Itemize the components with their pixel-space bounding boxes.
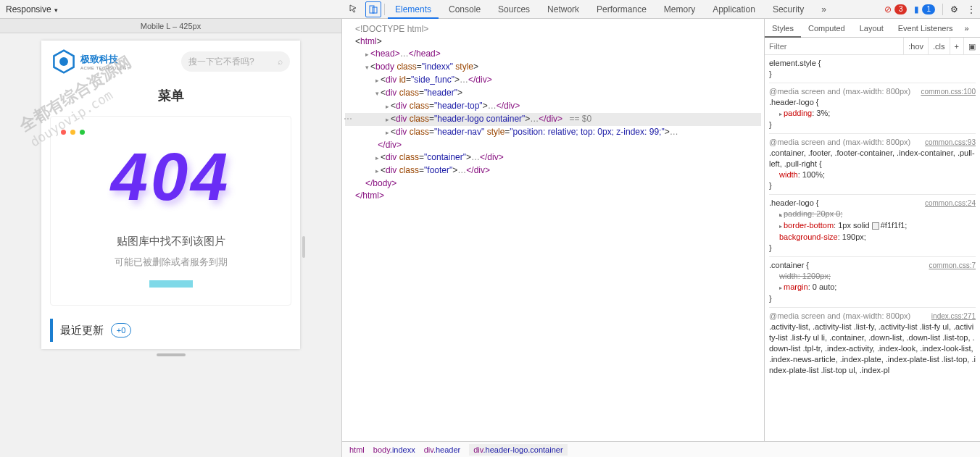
svg-rect-3 xyxy=(373,7,377,13)
tab-sources[interactable]: Sources xyxy=(491,0,537,19)
elements-breadcrumb[interactable]: html body.indexx div.header div.header-l… xyxy=(342,441,980,457)
error-card: 404 贴图库中找不到该图片 可能已被删除或者服务到期 xyxy=(50,116,291,306)
tab-performance[interactable]: Performance xyxy=(589,0,654,19)
devtools: Elements Console Sources Network Perform… xyxy=(341,19,980,457)
tab-security[interactable]: Security xyxy=(765,0,811,19)
error-icon[interactable]: ⊘ xyxy=(884,4,892,14)
settings-gear-icon[interactable]: ⚙ xyxy=(950,4,958,14)
devtools-menu-kebab[interactable]: ⋮ xyxy=(967,4,976,14)
crumb-item[interactable]: html xyxy=(349,445,365,454)
logo-icon xyxy=(51,49,76,74)
svg-point-1 xyxy=(59,57,68,66)
crumb-item-active[interactable]: div.header-logo.container xyxy=(469,444,567,456)
crumb-item[interactable]: body.indexx xyxy=(373,445,415,454)
dom-node[interactable]: <div class="header-top">…</div> xyxy=(345,100,761,113)
error-code: 404 xyxy=(58,143,283,210)
viewport-resize-handle-bottom[interactable] xyxy=(157,353,186,356)
menu-heading: 菜单 xyxy=(41,77,300,109)
styles-rules[interactable]: element.style { } common.css:100 @media … xyxy=(765,55,980,441)
device-toggle-icon[interactable] xyxy=(365,1,381,17)
styles-tab-events[interactable]: Event Listeners xyxy=(891,19,960,38)
box-model-icon[interactable]: ▣ xyxy=(963,38,980,55)
viewport-resize-handle-right[interactable] xyxy=(302,236,305,258)
new-rule-button[interactable]: + xyxy=(950,38,963,55)
error-msg-primary: 贴图库中找不到该图片 xyxy=(58,235,283,248)
styles-sidebar: Styles Computed Layout Event Listeners »… xyxy=(764,19,980,441)
site-logo[interactable]: 极致科技 ACME TECHNOLOGY xyxy=(51,49,130,74)
dom-node-selected[interactable]: ⋯<div class="header-logo container">…</d… xyxy=(345,113,761,126)
elements-dom-tree[interactable]: <!DOCTYPE html> <html> <head>…</head> <b… xyxy=(342,19,764,441)
search-icon: ⌕ xyxy=(278,56,283,67)
dom-node[interactable]: <body class="indexx" style> xyxy=(345,61,761,74)
info-count[interactable]: 1 xyxy=(922,4,935,14)
tabs-overflow[interactable]: » xyxy=(814,0,834,19)
dom-node[interactable]: <html> xyxy=(345,35,761,48)
style-rule[interactable]: common.css:24 .header-logo { padding: 20… xyxy=(769,198,976,257)
dom-node[interactable]: <div class="footer">…</div> xyxy=(345,164,761,177)
style-rule[interactable]: common.css:7 .container { width: 1200px;… xyxy=(769,260,976,308)
error-count[interactable]: 3 xyxy=(894,4,908,14)
tab-memory[interactable]: Memory xyxy=(657,0,702,19)
devtools-toolbar: Elements Console Sources Network Perform… xyxy=(342,0,980,19)
cls-toggle[interactable]: .cls xyxy=(928,38,950,55)
info-icon[interactable]: ▮ xyxy=(914,4,919,14)
inspect-icon[interactable] xyxy=(346,1,362,17)
recent-updates-header[interactable]: 最近更新 +0 xyxy=(50,319,291,342)
device-mode-select[interactable]: Responsive xyxy=(6,4,58,14)
dom-node[interactable]: </html> xyxy=(345,190,761,202)
breakpoint-ruler[interactable]: Mobile L – 425px xyxy=(0,19,341,33)
search-input[interactable]: 搜一下它不香吗? ⌕ xyxy=(181,51,290,72)
style-rule[interactable]: common.css:93 @media screen and (max-wid… xyxy=(769,137,976,195)
logo-text: 极致科技 xyxy=(80,53,130,66)
styles-filter-row: :hov .cls + ▣ xyxy=(765,38,980,55)
logo-subtext: ACME TECHNOLOGY xyxy=(80,66,130,70)
accent-bar xyxy=(149,280,193,288)
style-rule[interactable]: common.css:100 @media screen and (max-wi… xyxy=(769,86,976,134)
styles-tab-styles[interactable]: Styles xyxy=(765,19,801,38)
recent-count-badge: +0 xyxy=(111,323,131,337)
dom-node[interactable]: <div class="container">…</div> xyxy=(345,151,761,164)
styles-tabs: Styles Computed Layout Event Listeners » xyxy=(765,19,980,38)
dom-node[interactable]: <head>…</head> xyxy=(345,48,761,61)
dom-node[interactable]: <div class="header-nav" style="position:… xyxy=(345,126,761,139)
dom-node[interactable]: </div> xyxy=(345,139,761,151)
styles-tab-layout[interactable]: Layout xyxy=(852,19,891,38)
dom-node[interactable]: </body> xyxy=(345,177,761,190)
style-rule[interactable]: index.css:271 @media screen and (max-wid… xyxy=(769,311,976,379)
tab-application[interactable]: Application xyxy=(705,0,763,19)
styles-tab-computed[interactable]: Computed xyxy=(801,19,852,38)
tab-console[interactable]: Console xyxy=(441,0,488,19)
simulated-viewport[interactable]: 全都有综合资源网 douyovip.com 极致科技 ACME TECHNOLO… xyxy=(41,41,300,349)
viewport-column: Mobile L – 425px 全都有综合资源网 douyovip.com 极… xyxy=(0,19,341,457)
dom-node[interactable]: <!DOCTYPE html> xyxy=(345,23,761,35)
tab-network[interactable]: Network xyxy=(540,0,586,19)
error-msg-secondary: 可能已被删除或者服务到期 xyxy=(58,256,283,269)
style-rule[interactable]: element.style { } xyxy=(769,58,976,83)
dom-node[interactable]: <div id="side_func">…</div> xyxy=(345,74,761,87)
tab-elements[interactable]: Elements xyxy=(388,0,439,19)
styles-filter-input[interactable] xyxy=(765,38,903,54)
hov-toggle[interactable]: :hov xyxy=(903,38,928,55)
styles-tabs-overflow[interactable]: » xyxy=(960,24,973,33)
dom-node[interactable]: <div class="header"> xyxy=(345,87,761,100)
crumb-item[interactable]: div.header xyxy=(424,445,461,454)
